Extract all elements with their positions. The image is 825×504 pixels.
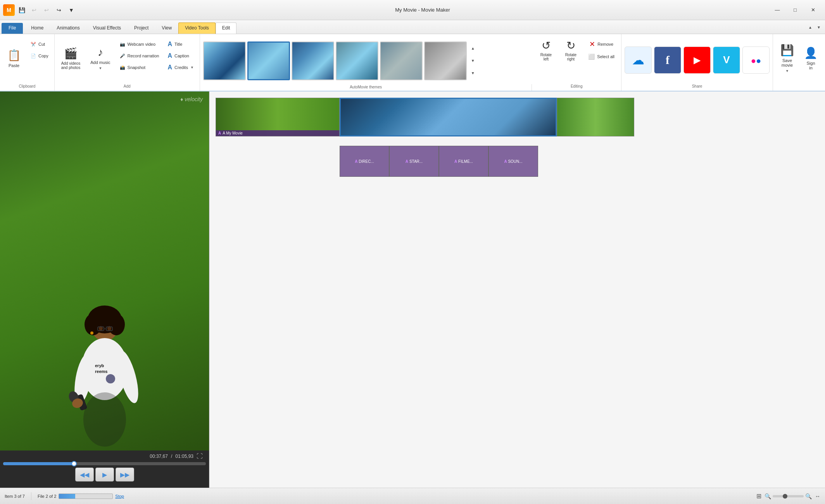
minimize-btn[interactable]: —	[768, 4, 786, 16]
svg-text:eryb: eryb	[95, 363, 104, 368]
title-button[interactable]: A Title	[164, 39, 197, 50]
theme-6[interactable]	[424, 41, 467, 80]
save-movie-button[interactable]: 💾 Save movie ▼	[776, 37, 798, 79]
theme-3[interactable]	[292, 41, 334, 80]
credit-sound[interactable]: A SOUN...	[488, 146, 538, 177]
onedrive-button[interactable]: ☁	[625, 47, 652, 74]
tab-home[interactable]: Home	[24, 22, 50, 34]
undo-arrow-btn[interactable]: ↩	[41, 5, 52, 16]
add-label: Add	[124, 84, 131, 90]
record-narration-button[interactable]: 🎤 Record narration	[116, 50, 163, 61]
credit-starring[interactable]: A STAR...	[389, 146, 439, 177]
tab-view[interactable]: View	[155, 22, 178, 34]
theme-2[interactable]	[247, 41, 290, 80]
ribbon-nav: ▲ ▼	[806, 20, 823, 34]
status-sep-1	[31, 492, 31, 500]
themes-scroll-line[interactable]: ▼	[469, 55, 477, 67]
add-videos-button[interactable]: 🎬 Add videos and photos	[57, 37, 85, 79]
grid-view-icon[interactable]: ⊞	[756, 492, 761, 500]
add-videos-label: Add videos and photos	[61, 61, 81, 70]
maximize-btn[interactable]: □	[786, 4, 804, 16]
facebook-button[interactable]: f	[654, 47, 681, 74]
rotate-right-button[interactable]: ↻ Rotate right	[560, 36, 582, 65]
vimeo-icon: V	[723, 54, 730, 66]
share-label: Share	[625, 84, 770, 90]
play-button[interactable]: ▶	[95, 468, 114, 482]
rotate-left-button[interactable]: ↺ Rotate left	[535, 36, 557, 65]
credits-button[interactable]: A Credits ▼	[164, 62, 197, 73]
add-music-icon: ♪	[98, 46, 103, 59]
theme-5[interactable]	[380, 41, 423, 80]
fullscreen-icon[interactable]: ⛶	[197, 453, 203, 460]
snapshot-button[interactable]: 📸 Snapshot	[116, 62, 163, 73]
themes-scroll-up[interactable]: ▲	[469, 43, 477, 54]
tab-edit[interactable]: Edit	[216, 22, 237, 34]
redo-btn[interactable]: ↪	[54, 5, 64, 16]
timeline-clips: A A My Movie	[216, 98, 819, 144]
add-music-button[interactable]: ♪ Add music ▼	[86, 37, 114, 79]
themes-scroll-down[interactable]: ▼	[469, 67, 477, 79]
theme-1[interactable]	[203, 41, 246, 80]
save-btn[interactable]: 💾	[16, 5, 27, 16]
watermark: ♦ velocity	[180, 96, 203, 102]
back-button[interactable]: ◀◀	[75, 468, 94, 482]
clip-1[interactable]: A A My Movie	[216, 98, 340, 136]
playback-controls: ◀◀ ▶ ▶▶	[75, 468, 134, 488]
fit-icon[interactable]: ↔	[815, 493, 820, 499]
progress-track[interactable]	[3, 462, 206, 465]
timeline-area: A A My Movie A DIREC...	[209, 91, 825, 488]
status-progress-bar	[59, 494, 113, 499]
customize-btn[interactable]: ▼	[66, 5, 77, 16]
sign-in-icon: 👤	[804, 47, 818, 59]
ribbon-scroll-up[interactable]: ▲	[806, 21, 814, 33]
theme-4[interactable]	[336, 41, 378, 80]
zoom-slider[interactable]	[773, 495, 804, 497]
time-total: 01:05,93	[175, 454, 193, 459]
zoom-in-icon[interactable]: 🔍	[805, 493, 812, 499]
clip-3[interactable]	[557, 98, 634, 136]
webcam-button[interactable]: 📷 Webcam video	[116, 39, 163, 50]
themes-row: ▲ ▼ ▼	[200, 34, 532, 84]
paste-button[interactable]: 📋 Paste	[2, 37, 26, 79]
ribbon-scroll-down[interactable]: ▼	[815, 21, 823, 33]
tab-file[interactable]: File	[2, 23, 23, 34]
caption-button[interactable]: A Caption	[164, 50, 197, 61]
status-progress-fill	[59, 494, 75, 499]
remove-button[interactable]: ✕ Remove	[586, 39, 617, 50]
credit-director[interactable]: A DIREC...	[340, 146, 389, 177]
credits-icon: A	[167, 64, 172, 71]
save-movie-icon: 💾	[780, 44, 794, 57]
window-controls: — □ ✕	[768, 4, 822, 16]
select-all-icon: ⬜	[588, 54, 595, 60]
undo-btn[interactable]: ↩	[29, 5, 40, 16]
clip-2[interactable]	[340, 98, 557, 136]
tab-project[interactable]: Project	[128, 22, 155, 34]
progress-bar-container[interactable]	[0, 462, 209, 468]
time-display: 00:37,67/01:05,93 ⛶	[150, 450, 209, 462]
zoom-thumb[interactable]	[783, 494, 787, 499]
stop-button[interactable]: Stop	[115, 494, 124, 499]
snapshot-icon: 📸	[120, 65, 125, 70]
zoom-out-icon[interactable]: 🔍	[765, 493, 771, 499]
status-right: ⊞ 🔍 🔍 ↔	[756, 492, 820, 500]
select-all-button[interactable]: ⬜ Select all	[585, 51, 618, 62]
vimeo-button[interactable]: V	[713, 47, 740, 74]
cut-button[interactable]: ✂️ Cut	[27, 39, 52, 50]
credit-filmed[interactable]: A FILME...	[439, 146, 488, 177]
paste-label: Paste	[9, 63, 19, 68]
flickr-button[interactable]: ●●	[742, 47, 770, 74]
tab-visual-effects[interactable]: Visual Effects	[86, 22, 128, 34]
share-row: ☁ f ▶ V ●●	[625, 36, 770, 84]
copy-label: Copy	[38, 54, 48, 58]
tab-video-tools[interactable]: Video Tools	[178, 22, 216, 34]
tab-animations[interactable]: Animations	[50, 22, 86, 34]
youtube-button[interactable]: ▶	[683, 47, 711, 74]
forward-button[interactable]: ▶▶	[116, 468, 134, 482]
copy-button[interactable]: 📄 Copy	[27, 50, 52, 61]
sign-in-button[interactable]: 👤 Sign in	[800, 37, 822, 79]
progress-thumb[interactable]	[71, 461, 77, 466]
file-info: File 2 of 2	[38, 494, 56, 499]
close-btn[interactable]: ✕	[804, 4, 822, 16]
rotate-right-label: Rotate right	[565, 53, 576, 61]
credits-row: A DIREC... A STAR... A FILME... A SOUN..…	[340, 146, 819, 177]
